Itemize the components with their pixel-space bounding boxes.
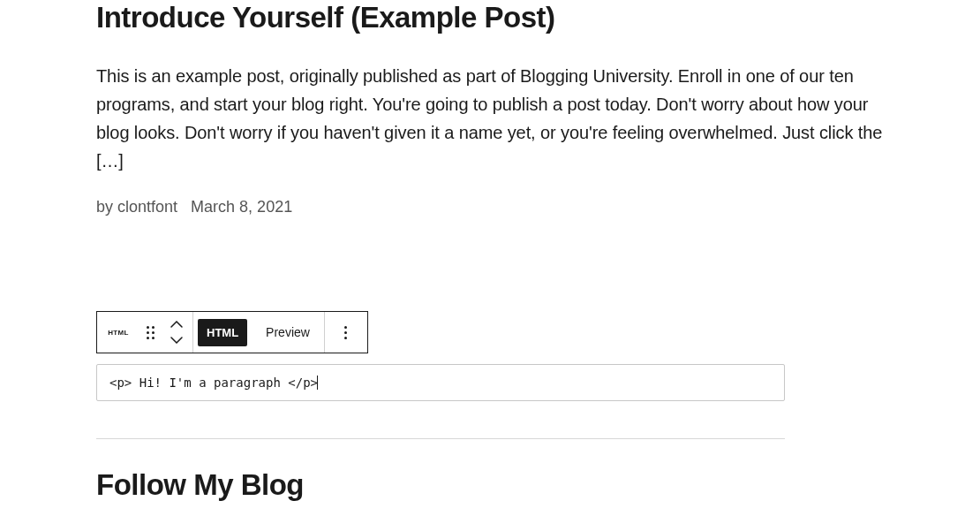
- html-tab-label: HTML: [198, 319, 247, 346]
- block-type-button[interactable]: HTML: [97, 329, 139, 337]
- by-label: by: [96, 198, 113, 216]
- preview-tab[interactable]: Preview: [252, 325, 324, 339]
- drag-handle[interactable]: [139, 326, 161, 339]
- html-code-input[interactable]: <p> Hi! I'm a paragraph </p>: [96, 364, 785, 401]
- html-block-icon: HTML: [108, 329, 128, 337]
- drag-icon: [147, 326, 155, 339]
- more-vertical-icon: [344, 326, 347, 339]
- more-options-button[interactable]: [325, 326, 367, 339]
- code-content: <p> Hi! I'm a paragraph </p>: [109, 376, 318, 390]
- text-cursor: [317, 376, 318, 390]
- chevron-down-icon: [170, 337, 183, 344]
- section-divider: [96, 438, 785, 439]
- preview-tab-label: Preview: [266, 325, 310, 339]
- follow-heading: Follow My Blog: [96, 468, 304, 502]
- html-tab[interactable]: HTML: [193, 319, 252, 346]
- post-meta: by clontfont March 8, 2021: [96, 198, 883, 216]
- post-title[interactable]: Introduce Yourself (Example Post): [96, 0, 883, 35]
- chevron-up-icon: [170, 321, 183, 328]
- block-toolbar: HTML HTML Preview: [96, 311, 368, 353]
- move-up-button[interactable]: [161, 316, 192, 332]
- post-date[interactable]: March 8, 2021: [191, 198, 292, 216]
- post-excerpt: This is an example post, originally publ…: [96, 62, 883, 175]
- move-down-button[interactable]: [161, 332, 192, 348]
- post-author[interactable]: clontfont: [117, 198, 177, 216]
